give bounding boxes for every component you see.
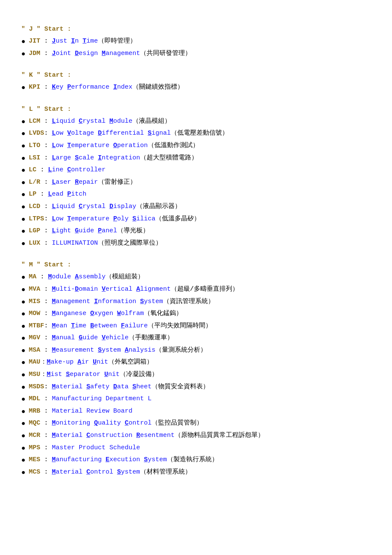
list-item: ●LCM : Liquid Crystal Module（液晶模組） — [21, 116, 371, 128]
section-header-k: " K " Start : — [21, 72, 371, 79]
expansion-part: T — [71, 322, 75, 330]
expansion-part: C — [79, 203, 83, 210]
separator: : — [44, 383, 52, 390]
expansion-part: Material Review Board — [52, 408, 133, 415]
item-text: MQC : Monitoring Quality Control（監控品質管制） — [29, 418, 371, 428]
abbreviation-key: LCD — [29, 203, 40, 210]
expansion-part: erformance — [71, 84, 113, 91]
expansion-part: rystal — [83, 118, 110, 125]
expansion-part: B — [90, 322, 94, 330]
list-item: ●MAU：Make-up Air Unit（外氣空調箱） — [21, 357, 371, 369]
item-text: LCM : Liquid Crystal Module（液晶模組） — [29, 116, 371, 127]
expansion-part: cale — [79, 154, 98, 162]
items-list-l: ●LCM : Liquid Crystal Module（液晶模組）●LVDS:… — [21, 116, 371, 250]
expansion-part: ILLUMINATION — [52, 240, 98, 247]
expansion-part: nit — [97, 358, 108, 366]
list-item: ●MES : Manufacturing Execution System（製造… — [21, 455, 371, 466]
expansion-part: ata — [117, 383, 133, 390]
section-header-j: " J " Start : — [21, 26, 371, 33]
expansion-part: M — [52, 419, 56, 427]
item-text: MA : Module Assembly（模組組裝） — [29, 272, 371, 282]
list-item: ●LCD : Liquid Crystal Display（液晶顯示器） — [21, 202, 371, 213]
expansion-part: I — [113, 84, 117, 91]
item-text: MCR : Material Construction Resentment（原… — [29, 431, 371, 441]
item-text: LSI : Large Scale Integration（超大型積體電路） — [29, 153, 371, 163]
list-item: ●LP : Lead Pitch — [21, 189, 371, 201]
expansion-part: esentment — [140, 432, 175, 439]
expansion-part: afety — [90, 383, 113, 390]
abbreviation-key: MSDS — [29, 383, 44, 390]
expansion-part: U — [104, 371, 108, 378]
expansion-part: F — [121, 322, 125, 330]
chinese-translation: （模組組裝） — [106, 273, 144, 280]
item-text: LGP : Light Guide Panel（導光板） — [29, 226, 371, 236]
expansion-part: V — [102, 334, 106, 341]
abbreviation-key: MA — [29, 273, 40, 280]
abbreviation-key: MGV — [29, 334, 40, 341]
separator: : — [40, 227, 52, 234]
chinese-translation: （雷射修正） — [98, 179, 136, 186]
chinese-translation: （導光板） — [117, 227, 149, 234]
item-text: MDL : Manufacturing Department L — [29, 394, 371, 404]
expansion-part: emperature — [71, 142, 113, 149]
expansion-part: M — [52, 334, 56, 341]
expansion-part: ignal — [152, 130, 171, 137]
bullet-icon: ● — [21, 346, 26, 357]
expansion-part: aterial — [56, 432, 86, 439]
expansion-part: eparator — [70, 371, 104, 378]
expansion-part: ow — [56, 130, 67, 137]
expansion-part: C — [67, 166, 71, 173]
expansion-part: ertical — [106, 286, 136, 293]
separator: : — [40, 408, 52, 415]
chinese-translation: （量測系統分析） — [156, 347, 207, 354]
list-item: ●MDL : Manufacturing Department L — [21, 394, 371, 405]
expansion-part: ehicle — [106, 334, 129, 341]
list-item: ●MSU：Mist Separator Unit（冷凝設備） — [21, 370, 371, 381]
abbreviation-key: MOW — [29, 310, 40, 317]
expansion-part: ow — [56, 215, 67, 223]
expansion-part: S — [86, 383, 90, 390]
expansion-part: V — [67, 130, 71, 137]
expansion-part: ime — [75, 322, 90, 330]
item-text: LVDS: Low Voltage Differential Signal（低電… — [29, 128, 371, 139]
chinese-translation: （低電壓差動信號） — [171, 130, 228, 137]
item-text: LC : Line Controller — [29, 165, 371, 175]
expansion-part: J — [52, 50, 56, 57]
chinese-translation: （低溫動作測試） — [148, 142, 199, 149]
abbreviation-key: LC — [29, 166, 40, 173]
chinese-translation: （液晶模組） — [133, 118, 171, 125]
item-text: MRB : Material Review Board — [29, 406, 371, 416]
item-text: JDM : Joint Design Management（共同研發管理） — [29, 49, 371, 59]
chinese-translation: （資訊管理系統） — [163, 298, 214, 305]
chinese-translation: （即時管理） — [98, 38, 136, 45]
list-item: ●MRB : Material Review Board — [21, 406, 371, 418]
item-text: LP : Lead Pitch — [29, 189, 371, 199]
separator: : — [40, 347, 52, 354]
item-text: MIS : Management Information System（資訊管理… — [29, 297, 371, 307]
section-header-m: " M " Start : — [21, 261, 371, 269]
expansion-part: uide — [83, 334, 102, 341]
expansion-part: M — [52, 456, 56, 463]
abbreviation-key: MCS — [29, 468, 40, 476]
list-item: ●JDM : Joint Design Management（共同研發管理） — [21, 49, 371, 60]
expansion-part: S — [133, 383, 136, 390]
expansion-part: heet — [136, 383, 152, 390]
item-text: MGV : Manual Guide Vehicle（手動搬運車） — [29, 333, 371, 343]
abbreviation-key: MAU — [29, 358, 40, 366]
expansion-part: uide — [79, 227, 98, 234]
expansion-part: nalysis — [129, 347, 156, 354]
expansion-part: T — [67, 215, 71, 223]
expansion-part: olfram — [121, 310, 144, 317]
list-item: ●L/R : Laser Repair（雷射修正） — [21, 177, 371, 189]
expansion-part: ow — [56, 142, 67, 149]
expansion-part: nit — [108, 371, 120, 378]
expansion-part: odule — [52, 273, 75, 280]
abbreviation-key: LP — [29, 191, 40, 198]
bullet-icon: ● — [21, 37, 26, 48]
expansion-part: ight — [56, 227, 75, 234]
separator: ： — [40, 358, 47, 366]
bullet-icon: ● — [21, 214, 26, 225]
list-item: ●MA : Module Assembly（模組組裝） — [21, 272, 371, 283]
expansion-part: ey — [56, 84, 67, 91]
separator: : — [40, 334, 52, 341]
